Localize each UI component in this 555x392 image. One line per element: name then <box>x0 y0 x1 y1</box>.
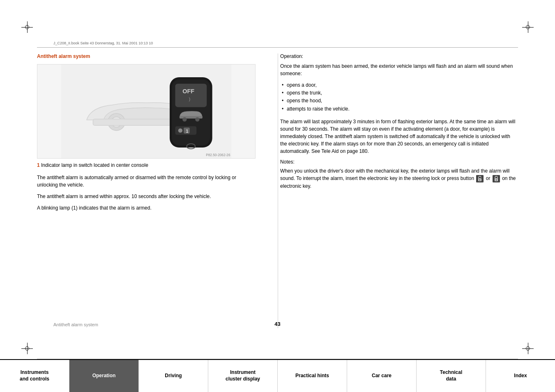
svg-point-12 <box>182 118 187 122</box>
left-column: Antitheft alarm system <box>37 53 268 328</box>
list-item: opens the hood, <box>280 97 518 105</box>
svg-point-15 <box>178 128 182 132</box>
nav-label-care: Car care <box>372 373 391 379</box>
body-paragraph-3: A blinking lamp (1) indicates that the a… <box>37 204 256 212</box>
svg-rect-8 <box>175 84 207 107</box>
page-container: J_C208_II.book Seite 43 Donnerstag, 31. … <box>0 0 555 392</box>
lock-closed-icon <box>493 175 500 182</box>
notes-label: Notes: <box>280 159 518 165</box>
nav-label-instruments: Instrumentsand controls <box>20 369 49 382</box>
reg-mark-br <box>522 343 534 354</box>
nav-item-instrument-cluster[interactable]: Instrumentcluster display <box>208 360 278 392</box>
nav-item-practical-hints[interactable]: Practical hints <box>278 360 347 392</box>
body-paragraph-1: The antitheft alarm is automatically arm… <box>37 174 256 189</box>
page-number: 43 <box>274 321 280 327</box>
lock-open-icon <box>476 175 484 182</box>
nav-bar: Instrumentsand controls Operation Drivin… <box>0 359 555 392</box>
intro-text: Once the alarm system has been armed, th… <box>280 62 518 77</box>
svg-text:P82.50-2062-26: P82.50-2062-26 <box>206 153 230 157</box>
nav-item-technical-data[interactable]: Technicaldata <box>417 360 486 392</box>
alarm-paragraph: The alarm will last approximately 3 minu… <box>280 118 518 155</box>
nav-label-practical: Practical hints <box>295 373 329 379</box>
nav-item-driving[interactable]: Driving <box>139 360 208 392</box>
svg-point-22 <box>479 179 481 180</box>
operation-label: Operation: <box>280 53 518 59</box>
reg-mark-tl <box>21 21 33 33</box>
indicator-description: Indicator lamp in switch located in cent… <box>41 162 148 168</box>
section-title: Antitheft alarm system <box>37 53 256 59</box>
notes-text: When you unlock the driver's door with t… <box>280 167 518 190</box>
svg-text:1: 1 <box>186 129 188 134</box>
indicator-text: 1 Indicator lamp in switch located in ce… <box>37 162 256 169</box>
nav-label-driving: Driving <box>165 373 182 379</box>
body-paragraph-2: The antitheft alarm is armed within appr… <box>37 193 256 200</box>
header-line <box>37 47 518 48</box>
nav-label-technical: Technicaldata <box>440 369 462 382</box>
svg-text:): ) <box>189 97 190 101</box>
svg-text:OFF: OFF <box>182 88 194 95</box>
file-info: J_C208_II.book Seite 43 Donnerstag, 31. … <box>53 41 153 45</box>
svg-point-25 <box>495 179 497 180</box>
right-column: Operation: Once the alarm system has bee… <box>268 53 518 328</box>
nav-item-instruments[interactable]: Instrumentsand controls <box>0 360 69 392</box>
nav-label-operation: Operation <box>92 373 116 379</box>
reg-mark-tr <box>522 21 534 33</box>
nav-item-index[interactable]: Index <box>486 360 555 392</box>
indicator-number: 1 <box>37 162 40 168</box>
notes-text-content: When you unlock the driver's door with t… <box>280 168 509 181</box>
main-content: Antitheft alarm system <box>37 53 518 328</box>
list-item: attempts to raise the vehicle. <box>280 105 518 113</box>
nav-label-index: Index <box>514 373 527 379</box>
nav-label-cluster: Instrumentcluster display <box>226 369 260 382</box>
nav-item-car-care[interactable]: Car care <box>347 360 417 392</box>
nav-item-operation[interactable]: Operation <box>69 360 139 392</box>
reg-mark-bl <box>21 343 33 354</box>
footer-section-label: Antitheft alarm system <box>53 322 98 327</box>
car-key-image: OFF ) 1 <box>37 64 256 159</box>
list-item: opens the trunk, <box>280 89 518 97</box>
list-item: opens a door, <box>280 81 518 89</box>
bullet-list: opens a door, opens the trunk, opens the… <box>280 81 518 113</box>
svg-point-13 <box>195 118 199 122</box>
or-text: or <box>486 175 492 181</box>
